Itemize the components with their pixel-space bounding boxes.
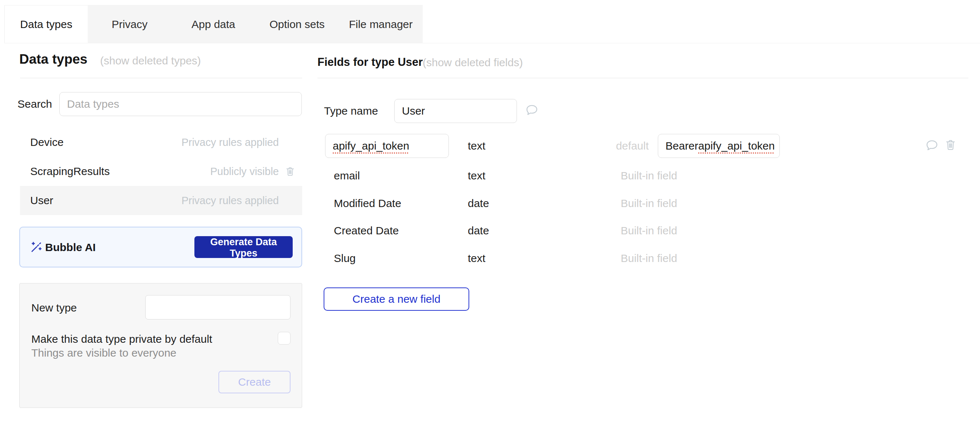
field-row-created-date: Created Date date Built-in field <box>317 217 968 244</box>
panel-title: Data types <box>19 51 88 68</box>
field-name-value: apify_api_token <box>333 140 409 152</box>
built-in-field-note: Built-in field <box>621 169 677 182</box>
built-in-field-note: Built-in field <box>621 224 677 237</box>
data-type-list: Device Privacy rules applied ScrapingRes… <box>20 128 302 215</box>
type-privacy-status: Privacy rules applied <box>181 136 279 149</box>
field-row-apify-api-token: apify_api_token text default Bearer apif… <box>317 132 968 160</box>
private-checkbox-label: Make this data type private by default <box>31 333 212 346</box>
built-in-field-note: Built-in field <box>621 252 677 265</box>
new-type-box: New type Make this data type private by … <box>19 283 302 408</box>
type-name: User <box>30 194 181 207</box>
field-name: Modified Date <box>334 197 401 210</box>
field-type: date <box>468 224 489 237</box>
new-type-input[interactable] <box>145 295 291 319</box>
search-label: Search <box>18 98 52 111</box>
trash-icon[interactable] <box>945 139 956 151</box>
type-name-label: Type name <box>324 105 378 117</box>
comment-icon[interactable] <box>925 139 939 152</box>
type-name: Device <box>30 136 181 149</box>
type-row-device[interactable]: Device Privacy rules applied <box>20 128 302 157</box>
data-types-panel: Data types (show deleted types) Search D… <box>19 0 302 425</box>
show-deleted-types-link[interactable]: (show deleted types) <box>100 54 201 68</box>
field-name: Created Date <box>334 224 399 237</box>
search-input[interactable] <box>59 92 302 116</box>
create-new-field-button[interactable]: Create a new field <box>324 287 469 311</box>
bubble-ai-label: Bubble AI <box>45 241 96 254</box>
field-name: email <box>334 169 360 182</box>
field-name: Slug <box>334 252 356 265</box>
new-type-label: New type <box>31 301 77 314</box>
default-value-prefix: Bearer <box>665 140 698 152</box>
type-name-value: User <box>402 105 425 117</box>
type-privacy-status: Privacy rules applied <box>181 195 279 207</box>
type-name-input[interactable]: User <box>394 99 517 123</box>
field-type: text <box>468 252 485 265</box>
default-label: default <box>594 140 649 152</box>
divider <box>20 78 302 78</box>
type-name: ScrapingResults <box>30 165 210 178</box>
field-row-email: email text Built-in field <box>317 162 968 190</box>
field-type: date <box>468 197 489 210</box>
show-deleted-fields-link[interactable]: (show deleted fields) <box>423 56 523 70</box>
field-type: text <box>468 169 485 182</box>
type-privacy-status: Publicly visible <box>210 166 279 178</box>
type-row-scrapingresults[interactable]: ScrapingResults Publicly visible <box>20 157 302 186</box>
default-value-token: apify_api_token <box>698 140 775 152</box>
generate-data-types-button[interactable]: Generate Data Types <box>194 236 293 258</box>
field-row-slug: Slug text Built-in field <box>317 244 968 272</box>
field-row-modified-date: Modified Date date Built-in field <box>317 190 968 217</box>
built-in-field-note: Built-in field <box>621 197 677 210</box>
type-row-user[interactable]: User Privacy rules applied <box>20 186 302 215</box>
private-checkbox[interactable] <box>278 332 291 344</box>
field-type: text <box>468 140 485 152</box>
divider <box>317 78 968 78</box>
field-default-input[interactable]: Bearer apify_api_token <box>658 134 780 158</box>
trash-icon[interactable] <box>285 165 295 178</box>
magic-wand-icon <box>30 241 43 256</box>
create-type-button[interactable]: Create <box>218 371 291 393</box>
visibility-note: Things are visible to everyone <box>31 346 177 360</box>
bubble-ai-box: Bubble AI Generate Data Types <box>19 227 302 268</box>
comment-icon[interactable] <box>525 103 539 116</box>
field-name-input[interactable]: apify_api_token <box>325 134 449 158</box>
type-name-row: Type name User <box>317 99 968 123</box>
fields-panel-title: Fields for type User <box>317 55 423 70</box>
fields-panel: Fields for type User (show deleted field… <box>317 0 968 425</box>
